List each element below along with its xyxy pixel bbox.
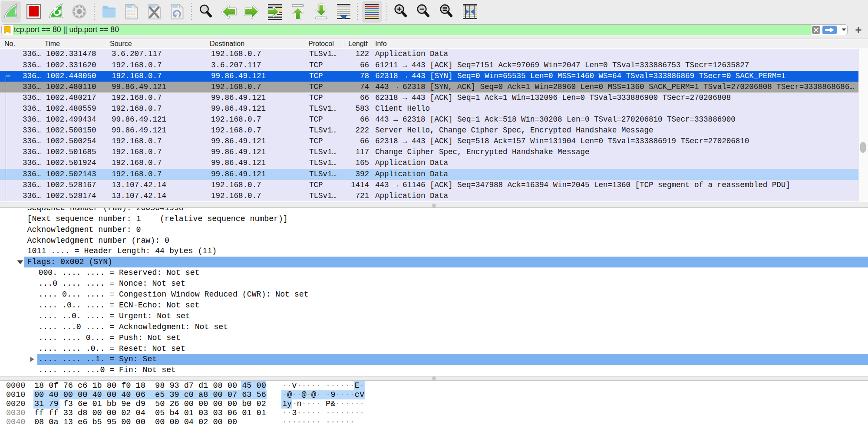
svg-text:01101: 01101 [127, 13, 135, 16]
svg-text:01110: 01110 [127, 16, 135, 19]
svg-text:01010: 01010 [127, 10, 135, 13]
